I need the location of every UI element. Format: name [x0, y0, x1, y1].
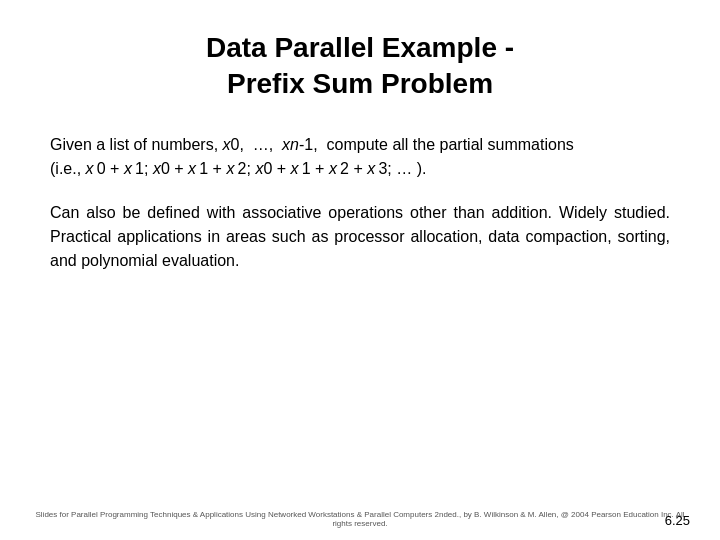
slide-container: Data Parallel Example - Prefix Sum Probl… — [0, 0, 720, 540]
slide-title: Data Parallel Example - Prefix Sum Probl… — [50, 30, 670, 103]
title-line2: Prefix Sum Problem — [227, 68, 493, 99]
title-line1: Data Parallel Example - — [206, 32, 514, 63]
paragraph-1: Given a list of numbers, x0, …, xn-1, co… — [50, 133, 670, 181]
page-number: 6.25 — [665, 513, 690, 528]
slide-content: Given a list of numbers, x0, …, xn-1, co… — [50, 133, 670, 520]
footer-text: Slides for Parallel Programming Techniqu… — [0, 510, 720, 528]
paragraph-2: Can also be defined with associative ope… — [50, 201, 670, 273]
